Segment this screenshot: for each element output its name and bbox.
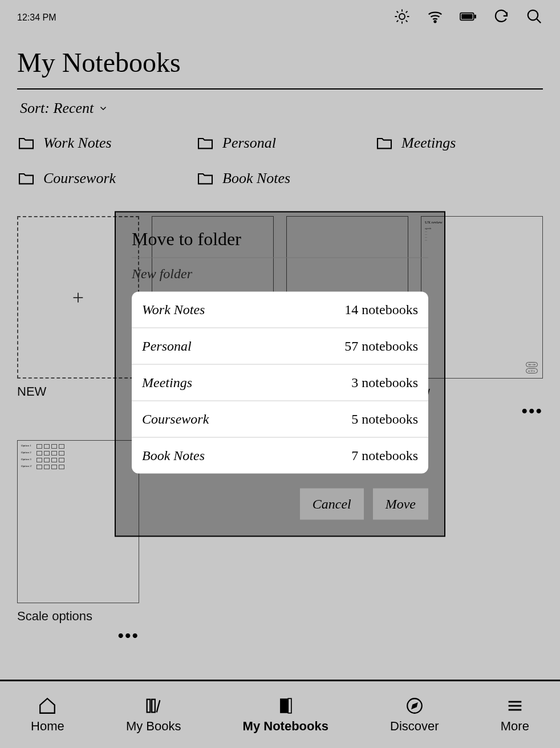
dialog-folder-row[interactable]: Personal 57 notebooks xyxy=(132,328,428,365)
dialog-folder-row[interactable]: Book Notes 7 notebooks xyxy=(132,438,428,474)
folder-name: Meetings xyxy=(142,375,192,391)
folder-name: Work Notes xyxy=(142,302,205,318)
move-button[interactable]: Move xyxy=(373,489,428,520)
folder-count: 57 notebooks xyxy=(344,339,418,354)
dialog-folder-list: Work Notes 14 notebooks Personal 57 note… xyxy=(132,292,428,474)
dialog-folder-row[interactable]: Meetings 3 notebooks xyxy=(132,365,428,401)
folder-count: 5 notebooks xyxy=(351,412,418,427)
dialog-divider xyxy=(132,258,428,258)
dialog-actions: Cancel Move xyxy=(132,489,428,520)
cancel-button[interactable]: Cancel xyxy=(300,489,364,520)
new-folder-button[interactable]: New folder xyxy=(132,266,428,282)
dialog-folder-row[interactable]: Work Notes 14 notebooks xyxy=(132,292,428,328)
move-to-folder-dialog: Move to folder New folder Work Notes 14 … xyxy=(115,212,445,537)
folder-count: 14 notebooks xyxy=(344,302,418,318)
folder-count: 3 notebooks xyxy=(351,375,418,391)
folder-name: Coursework xyxy=(142,412,209,427)
dialog-folder-row[interactable]: Coursework 5 notebooks xyxy=(132,401,428,438)
folder-name: Personal xyxy=(142,339,192,354)
folder-count: 7 notebooks xyxy=(351,448,418,464)
folder-name: Book Notes xyxy=(142,448,205,464)
dialog-title: Move to folder xyxy=(132,229,428,250)
